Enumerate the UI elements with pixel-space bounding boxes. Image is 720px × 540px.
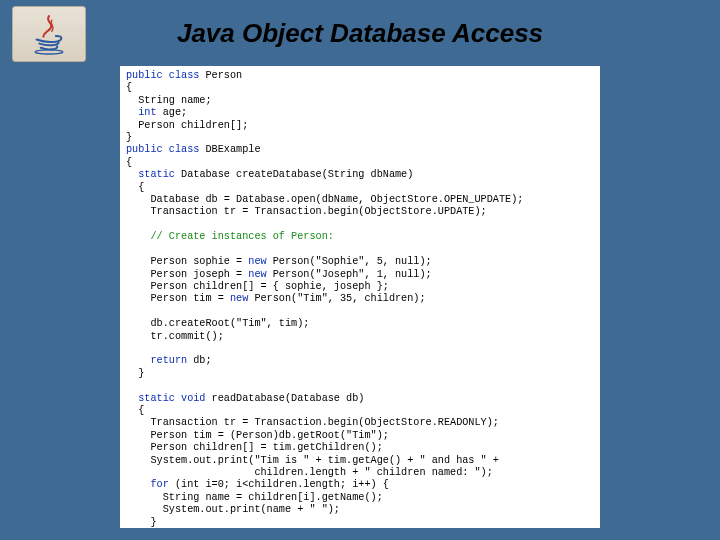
- code-text: }: [126, 368, 144, 379]
- code-text: System.out.print(name + " ");: [126, 504, 340, 515]
- code-text: for: [126, 479, 169, 490]
- code-text: Person tim =: [126, 293, 230, 304]
- code-text: Database db = Database.open(dbName, Obje…: [126, 194, 523, 205]
- code-text: new: [248, 256, 266, 267]
- code-text: System.out.print("Tim is " + tim.getAge(…: [126, 455, 499, 466]
- code-text: Person("Tim", 35, children);: [248, 293, 425, 304]
- code-text: Person sophie =: [126, 256, 248, 267]
- code-text: }: [126, 132, 132, 143]
- code-text: Transaction tr = Transaction.begin(Objec…: [126, 206, 487, 217]
- slide-root: Java Object Database Access public class…: [0, 0, 720, 540]
- code-text: {: [126, 82, 132, 93]
- code-text: Person children[] = { sophie, joseph };: [126, 281, 389, 292]
- code-comment: // Create instances of Person:: [126, 231, 334, 242]
- svg-point-0: [35, 50, 63, 54]
- slide-title: Java Object Database Access: [0, 18, 720, 49]
- code-text: public class: [126, 144, 199, 155]
- code-text: age;: [157, 107, 188, 118]
- code-text: Person("Sophie", 5, null);: [267, 256, 432, 267]
- code-text: static: [126, 169, 175, 180]
- code-text: String name;: [126, 95, 212, 106]
- code-text: children.length + " children named: ");: [126, 467, 493, 478]
- code-text: public class: [126, 70, 199, 81]
- code-text: int: [126, 107, 157, 118]
- code-text: DBExample: [199, 144, 260, 155]
- code-listing: public class Person { String name; int a…: [120, 66, 600, 528]
- code-text: db;: [187, 355, 211, 366]
- code-text: Person children[];: [126, 120, 248, 131]
- code-text: tr.commit();: [126, 331, 224, 342]
- code-text: String name = children[i].getName();: [126, 492, 383, 503]
- code-text: new: [230, 293, 248, 304]
- code-text: static void: [126, 393, 205, 404]
- code-text: {: [126, 405, 144, 416]
- code-text: Person children[] = tim.getChildren();: [126, 442, 383, 453]
- code-text: new: [248, 269, 266, 280]
- code-text: readDatabase(Database db): [205, 393, 364, 404]
- code-text: (int i=0; i<children.length; i++) {: [169, 479, 389, 490]
- code-text: return: [126, 355, 187, 366]
- code-text: Transaction tr = Transaction.begin(Objec…: [126, 417, 499, 428]
- code-text: Person joseph =: [126, 269, 248, 280]
- code-text: Person tim = (Person)db.getRoot("Tim");: [126, 430, 389, 441]
- code-text: db.createRoot("Tim", tim);: [126, 318, 309, 329]
- code-text: Person("Joseph", 1, null);: [267, 269, 432, 280]
- code-text: }: [126, 517, 157, 528]
- code-text: {: [126, 182, 144, 193]
- code-text: {: [126, 157, 132, 168]
- code-pre: public class Person { String name; int a…: [126, 70, 594, 528]
- code-text: Person: [199, 70, 242, 81]
- code-text: Database createDatabase(String dbName): [175, 169, 413, 180]
